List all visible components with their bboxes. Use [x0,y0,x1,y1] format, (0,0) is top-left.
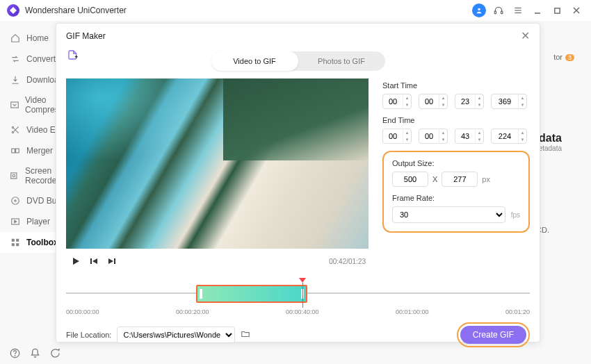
output-width[interactable] [392,172,428,187]
end-millis[interactable]: ▲▼ [491,129,527,144]
tab-video-to-gif[interactable]: Video to GIF [211,51,298,71]
start-millis[interactable]: ▲▼ [491,94,527,109]
playback-time: 00:42/01:23 [329,258,366,265]
sidebar-item-label: Toolbox [26,238,58,247]
svg-point-18 [15,200,16,201]
gif-maker-panel: GIF Maker ✕ Video to GIF Photos to GIF 0… [56,23,540,342]
bell-icon[interactable] [30,348,40,361]
svg-point-16 [13,174,15,177]
playhead[interactable] [302,278,306,308]
svg-rect-7 [554,8,559,13]
next-frame-button[interactable] [105,254,119,268]
size-x: X [432,175,437,183]
end-minutes[interactable]: ▲▼ [419,129,448,144]
svg-point-11 [12,126,13,128]
maximize-button[interactable] [549,3,565,18]
start-minutes[interactable]: ▲▼ [419,94,448,109]
menu-icon[interactable] [510,3,526,18]
app-title: Wondershare UniConverter [25,6,127,15]
output-settings-box: Output Size: X px Frame Rate: 30 fps [382,151,530,233]
convert-icon [10,53,21,65]
svg-rect-14 [16,149,19,153]
merge-icon [10,145,21,156]
end-time-label: End Time [382,116,530,124]
scissors-icon [10,124,21,135]
prev-frame-button[interactable] [87,254,101,268]
video-preview[interactable] [66,78,369,249]
time-ticks: 00:00:00:0000:00:20:0000:00:40:0000:01:0… [66,308,530,315]
bg-metadata: dataetadata [539,132,562,152]
svg-rect-23 [16,243,19,246]
download-icon [10,74,21,85]
svg-point-12 [12,131,13,133]
sidebar-item-label: Merger [26,146,53,156]
create-gif-highlight: Create GIF [457,322,530,347]
svg-rect-2 [501,11,503,14]
selection-range[interactable] [196,285,307,303]
svg-rect-10 [11,102,19,108]
home-icon [10,33,21,44]
grid-icon [10,237,21,248]
svg-point-27 [15,356,15,356]
fps-unit: fps [511,211,520,219]
svg-rect-1 [494,11,496,14]
frame-rate-label: Frame Rate: [392,194,520,202]
start-hours[interactable]: ▲▼ [382,94,412,109]
app-logo [7,4,19,17]
start-time-label: Start Time [382,81,530,90]
bg-text-tor: tor3 [553,53,574,61]
badge: 3 [565,54,574,61]
svg-rect-22 [12,243,15,246]
record-icon [10,170,19,181]
svg-rect-13 [12,149,15,153]
svg-rect-20 [12,239,15,242]
close-window-button[interactable] [569,3,584,18]
disc-icon [10,195,21,206]
sidebar-item-label: Home [26,33,49,43]
output-height[interactable] [442,172,478,187]
tab-photos-to-gif[interactable]: Photos to GIF [298,51,385,71]
svg-rect-25 [114,258,115,264]
create-gif-button[interactable]: Create GIF [460,326,526,344]
end-hours[interactable]: ▲▼ [382,129,412,144]
start-seconds[interactable]: ▲▼ [455,94,484,109]
open-folder-button[interactable] [241,329,250,341]
sidebar-item-label: Player [26,217,50,226]
user-avatar[interactable] [471,3,487,18]
compress-icon [10,99,19,110]
headset-icon[interactable] [491,3,506,18]
svg-rect-15 [11,173,17,179]
timeline[interactable]: 00:00:00:0000:00:20:0000:00:40:0000:01:0… [66,281,530,315]
svg-point-17 [12,197,19,205]
mode-tabs: Video to GIF Photos to GIF [211,51,385,71]
frame-rate-select[interactable]: 30 [392,206,505,223]
output-size-label: Output Size: [392,159,520,167]
svg-rect-24 [90,258,92,264]
minimize-button[interactable] [530,3,545,18]
help-icon[interactable] [10,348,20,361]
close-panel-button[interactable]: ✕ [521,29,530,42]
play-icon [10,216,21,227]
panel-title: GIF Maker [66,31,106,41]
end-seconds[interactable]: ▲▼ [455,129,484,144]
svg-point-0 [478,8,480,10]
px-unit: px [482,175,490,183]
play-button[interactable] [69,254,83,268]
svg-rect-21 [16,239,19,242]
add-file-button[interactable] [66,48,80,62]
file-location-select[interactable]: C:\Users\ws\Pictures\Wonders [117,326,235,343]
feedback-icon[interactable] [50,348,60,361]
file-location-label: File Location: [66,331,111,339]
